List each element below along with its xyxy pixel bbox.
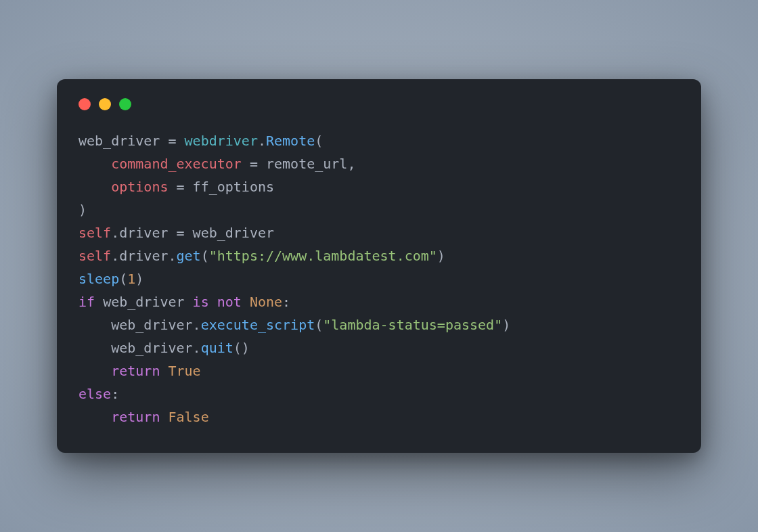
code-token: web_driver	[111, 317, 192, 333]
code-window: web_driver = webdriver.Remote( command_e…	[57, 79, 701, 453]
code-line: sleep(1)	[79, 267, 679, 290]
code-token: "lambda-status=passed"	[323, 317, 502, 333]
code-token	[242, 294, 250, 310]
code-token	[177, 133, 185, 149]
code-token: .	[193, 340, 201, 356]
code-token: (	[119, 271, 127, 287]
code-token	[79, 409, 111, 425]
code-token: .	[111, 248, 119, 264]
code-token: =	[177, 179, 185, 195]
code-line: return True	[79, 359, 679, 382]
code-token: return	[111, 409, 160, 425]
close-icon[interactable]	[79, 98, 91, 110]
code-token	[209, 294, 217, 310]
code-token: (	[315, 317, 323, 333]
code-token: web_driver	[111, 340, 192, 356]
maximize-icon[interactable]	[119, 98, 131, 110]
code-token: :	[282, 294, 290, 310]
code-token: web_driver	[193, 225, 274, 241]
code-token: options	[111, 179, 168, 195]
code-token: return	[111, 363, 160, 379]
code-line: )	[79, 198, 679, 221]
code-token	[79, 179, 111, 195]
code-token: =	[177, 225, 185, 241]
code-token: webdriver	[185, 133, 258, 149]
code-line: options = ff_options	[79, 175, 679, 198]
code-token: None	[250, 294, 282, 310]
code-token: True	[168, 363, 200, 379]
code-token: get	[177, 248, 201, 264]
code-token	[95, 294, 103, 310]
code-token: 1	[127, 271, 135, 287]
code-token	[79, 156, 111, 172]
code-token	[168, 179, 176, 195]
code-block: web_driver = webdriver.Remote( command_e…	[79, 129, 679, 428]
code-token: command_executor	[111, 156, 242, 172]
code-token: False	[168, 409, 208, 425]
code-token	[185, 294, 193, 310]
code-token: else	[79, 386, 111, 402]
code-line: self.driver = web_driver	[79, 221, 679, 244]
code-token	[185, 179, 193, 195]
code-token	[79, 363, 111, 379]
code-line: web_driver.quit()	[79, 336, 679, 359]
code-token: .	[193, 317, 201, 333]
code-token: web_driver	[79, 133, 160, 149]
code-line: web_driver = webdriver.Remote(	[79, 129, 679, 152]
code-token: ff_options	[193, 179, 274, 195]
code-token: ,	[347, 156, 355, 172]
code-token	[168, 225, 176, 241]
code-token: (	[201, 248, 209, 264]
code-token: Remote	[266, 133, 315, 149]
code-token: .	[258, 133, 266, 149]
code-token	[160, 363, 168, 379]
code-line: if web_driver is not None:	[79, 290, 679, 313]
code-token: )	[79, 202, 87, 218]
code-token: driver	[119, 225, 168, 241]
code-token: if	[79, 294, 95, 310]
code-token	[160, 133, 168, 149]
code-token: remote_url	[266, 156, 347, 172]
code-token: execute_script	[201, 317, 315, 333]
code-token: driver	[119, 248, 168, 264]
code-token: )	[135, 271, 143, 287]
code-token: (	[315, 133, 323, 149]
code-token: :	[111, 386, 119, 402]
code-token	[79, 317, 111, 333]
window-titlebar	[79, 98, 679, 110]
code-token: )	[502, 317, 510, 333]
code-line: web_driver.execute_script("lambda-status…	[79, 313, 679, 336]
code-line: return False	[79, 405, 679, 428]
code-token	[160, 409, 168, 425]
code-token: .	[168, 248, 176, 264]
code-token: self	[79, 248, 111, 264]
code-token	[185, 225, 193, 241]
code-token: )	[437, 248, 445, 264]
code-token: web_driver	[103, 294, 184, 310]
code-token: is	[193, 294, 209, 310]
code-token: sleep	[79, 271, 119, 287]
code-token: =	[250, 156, 258, 172]
code-token: ()	[233, 340, 250, 356]
code-token: "https://www.lambdatest.com"	[209, 248, 437, 264]
code-token	[79, 340, 111, 356]
code-token	[242, 156, 250, 172]
code-token: not	[217, 294, 242, 310]
code-token	[258, 156, 266, 172]
minimize-icon[interactable]	[99, 98, 111, 110]
code-line: else:	[79, 382, 679, 405]
code-token: self	[79, 225, 111, 241]
code-line: command_executor = remote_url,	[79, 152, 679, 175]
code-token: =	[168, 133, 176, 149]
code-line: self.driver.get("https://www.lambdatest.…	[79, 244, 679, 267]
code-token: .	[111, 225, 119, 241]
code-token: quit	[201, 340, 233, 356]
